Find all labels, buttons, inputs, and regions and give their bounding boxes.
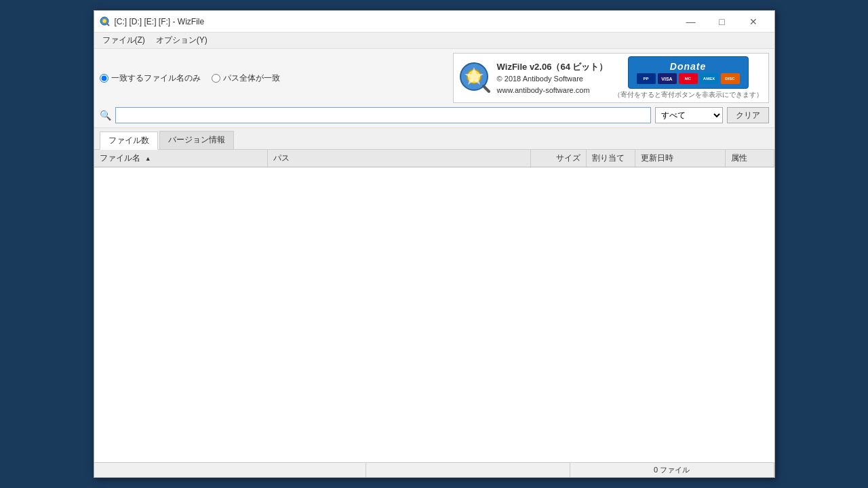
file-table: ファイル名 ▲ パス サイズ 割り当て 更新日時 属性 (94, 150, 774, 167)
tab-version-info[interactable]: バージョン情報 (159, 131, 234, 149)
maximize-button[interactable]: □ (707, 11, 738, 33)
col-header-filename[interactable]: ファイル名 ▲ (94, 150, 268, 167)
top-area: 一致するファイル名のみ パス全体が一致 (94, 49, 774, 128)
close-button[interactable]: ✕ (738, 11, 769, 33)
donate-label: Donate (670, 61, 706, 72)
table-header: ファイル名 ▲ パス サイズ 割り当て 更新日時 属性 (94, 150, 774, 167)
amex-icon: AMEX (700, 73, 719, 84)
radio-fullpath[interactable] (212, 74, 220, 83)
app-logo-icon (459, 62, 492, 94)
app-icon (100, 16, 111, 27)
status-file-count: 0 ファイル (570, 463, 774, 477)
title-bar: [C:] [D:] [E:] [F:] - WizFile — □ ✕ (94, 11, 774, 33)
svg-line-6 (484, 86, 489, 92)
col-header-path[interactable]: パス (267, 150, 531, 167)
search-input[interactable] (115, 107, 651, 123)
col-header-size[interactable]: サイズ (531, 150, 587, 167)
mc-icon: MC (679, 73, 698, 84)
donate-note: （寄付をすると寄付ボタンを非表示にできます） (614, 90, 763, 100)
file-table-container: ファイル名 ▲ パス サイズ 割り当て 更新日時 属性 (94, 150, 774, 462)
info-panel: WizFile v2.06（64 ビット） © 2018 Antibody So… (453, 53, 769, 103)
col-header-attr[interactable]: 属性 (725, 150, 774, 167)
radio-filename[interactable] (100, 74, 108, 83)
app-website: www.antibody-software.com (497, 85, 608, 96)
radio-fullpath-label[interactable]: パス全体が一致 (212, 73, 280, 84)
app-copyright: © 2018 Antibody Software (497, 73, 608, 85)
window-controls: — □ ✕ (675, 11, 769, 33)
donate-section: Donate PP VISA MC AMEX DISC （寄付をすると寄付ボタン… (614, 56, 763, 100)
payment-cards: PP VISA MC AMEX DISC (637, 73, 740, 84)
svg-point-1 (102, 19, 106, 23)
main-window: [C:] [D:] [E:] [F:] - WizFile — □ ✕ ファイル… (94, 10, 775, 478)
top-row-options: 一致するファイル名のみ パス全体が一致 (100, 53, 769, 103)
col-header-alloc[interactable]: 割り当て (587, 150, 635, 167)
status-bar: 0 ファイル (94, 462, 774, 477)
paypal-icon: PP (637, 73, 656, 84)
search-mode-group: 一致するファイル名のみ パス全体が一致 (100, 73, 280, 84)
discover-icon: DISC (721, 73, 740, 84)
tab-bar: ファイル数 バージョン情報 (94, 128, 774, 150)
status-segment-1 (94, 463, 366, 477)
search-magnifier-icon: 🔍 (100, 110, 111, 121)
minimize-button[interactable]: — (675, 11, 707, 33)
menu-bar: ファイル(Z) オプション(Y) (94, 33, 774, 49)
donate-button[interactable]: Donate PP VISA MC AMEX DISC (628, 56, 749, 89)
radio-fullpath-text: パス全体が一致 (223, 73, 280, 84)
status-segment-2 (366, 463, 570, 477)
sort-asc-icon: ▲ (145, 155, 151, 162)
svg-line-2 (107, 24, 109, 26)
menu-options[interactable]: オプション(Y) (151, 33, 213, 47)
visa-icon: VISA (658, 73, 677, 84)
radio-filename-label[interactable]: 一致するファイル名のみ (100, 73, 201, 84)
filter-select[interactable]: すべて ファイル フォルダ (655, 107, 723, 123)
window-title: [C:] [D:] [E:] [F:] - WizFile (115, 17, 675, 26)
col-header-modified[interactable]: 更新日時 (635, 150, 725, 167)
app-info-text: WizFile v2.06（64 ビット） © 2018 Antibody So… (497, 60, 608, 96)
radio-filename-text: 一致するファイル名のみ (111, 73, 201, 84)
app-version-title: WizFile v2.06（64 ビット） (497, 60, 608, 74)
search-row: 🔍 すべて ファイル フォルダ クリア (100, 107, 769, 123)
clear-button[interactable]: クリア (727, 107, 769, 123)
menu-file[interactable]: ファイル(Z) (97, 33, 151, 47)
tab-file-count[interactable]: ファイル数 (100, 131, 158, 150)
